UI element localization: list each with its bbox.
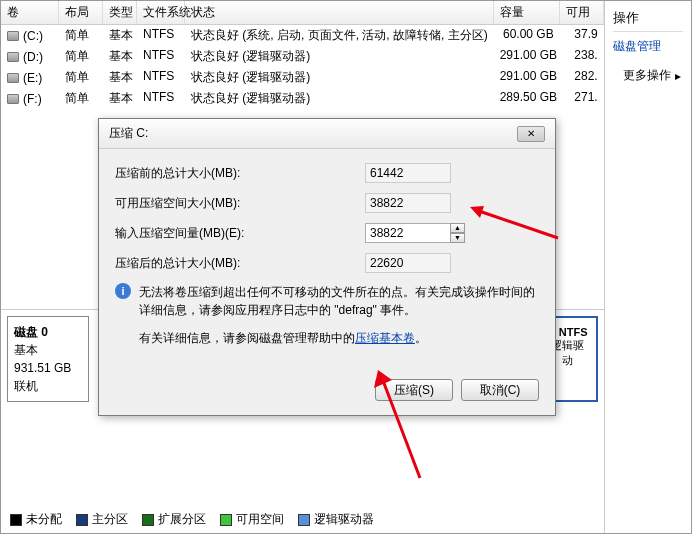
- volumes-table: 卷 布局 类型 文件系统 状态 容量 可用 (C:)简单基本NTFS状态良好 (…: [1, 1, 604, 109]
- info-text-2: 有关详细信息，请参阅磁盘管理帮助中的压缩基本卷。: [139, 329, 427, 347]
- actions-title: 操作: [613, 5, 683, 32]
- value-avail-shrink: 38822: [365, 193, 451, 213]
- table-row[interactable]: (E:)简单基本NTFS状态良好 (逻辑驱动器)291.00 GB282.: [1, 67, 604, 88]
- col-capacity[interactable]: 容量: [494, 1, 560, 24]
- label-size-before: 压缩前的总计大小(MB):: [115, 165, 365, 182]
- label-shrink-amount: 输入压缩空间量(MB)(E):: [115, 225, 365, 242]
- col-filesystem[interactable]: 文件系统: [137, 1, 185, 24]
- disk-status: 联机: [14, 377, 82, 395]
- chevron-right-icon: ▸: [675, 69, 681, 83]
- disk-size: 931.51 GB: [14, 359, 82, 377]
- dialog-close-button[interactable]: ✕: [517, 126, 545, 142]
- legend: 未分配 主分区 扩展分区 可用空间 逻辑驱动器: [10, 511, 374, 528]
- disk-icon: [7, 94, 19, 104]
- col-volume[interactable]: 卷: [1, 1, 59, 24]
- label-size-after: 压缩后的总计大小(MB):: [115, 255, 365, 272]
- spinner-up[interactable]: ▲: [450, 223, 465, 233]
- table-row[interactable]: (C:)简单基本NTFS状态良好 (系统, 启动, 页面文件, 活动, 故障转储…: [1, 25, 604, 46]
- shrink-dialog: 压缩 C: ✕ 压缩前的总计大小(MB): 61442 可用压缩空间大小(MB)…: [98, 118, 556, 416]
- cancel-button[interactable]: 取消(C): [461, 379, 539, 401]
- col-type[interactable]: 类型: [103, 1, 137, 24]
- value-size-after: 22620: [365, 253, 451, 273]
- table-row[interactable]: (F:)简单基本NTFS状态良好 (逻辑驱动器)289.50 GB271.: [1, 88, 604, 109]
- table-header: 卷 布局 类型 文件系统 状态 容量 可用: [1, 1, 604, 25]
- disk-management-link[interactable]: 磁盘管理: [613, 32, 683, 57]
- col-layout[interactable]: 布局: [59, 1, 103, 24]
- close-icon: ✕: [527, 128, 535, 139]
- shrink-help-link[interactable]: 压缩基本卷: [355, 331, 415, 345]
- disk-icon: [7, 52, 19, 62]
- disk-icon: [7, 73, 19, 83]
- spinner-down[interactable]: ▼: [450, 233, 465, 243]
- disk-title: 磁盘 0: [14, 323, 82, 341]
- col-available[interactable]: 可用: [560, 1, 604, 24]
- shrink-button[interactable]: 压缩(S): [375, 379, 453, 401]
- actions-pane: 操作 磁盘管理 更多操作 ▸: [605, 1, 691, 533]
- info-icon: i: [115, 283, 131, 299]
- label-avail-shrink: 可用压缩空间大小(MB):: [115, 195, 365, 212]
- disk-icon: [7, 31, 19, 41]
- table-row[interactable]: (D:)简单基本NTFS状态良好 (逻辑驱动器)291.00 GB238.: [1, 46, 604, 67]
- dialog-title: 压缩 C:: [109, 125, 148, 142]
- input-shrink-amount[interactable]: [365, 223, 451, 243]
- info-text-1: 无法将卷压缩到超出任何不可移动的文件所在的点。有关完成该操作时间的 详细信息，请…: [139, 283, 535, 319]
- disk-info-box: 磁盘 0 基本 931.51 GB 联机: [7, 316, 89, 402]
- disk-type: 基本: [14, 341, 82, 359]
- col-status[interactable]: 状态: [185, 1, 494, 24]
- more-actions[interactable]: 更多操作 ▸: [613, 57, 683, 84]
- value-size-before: 61442: [365, 163, 451, 183]
